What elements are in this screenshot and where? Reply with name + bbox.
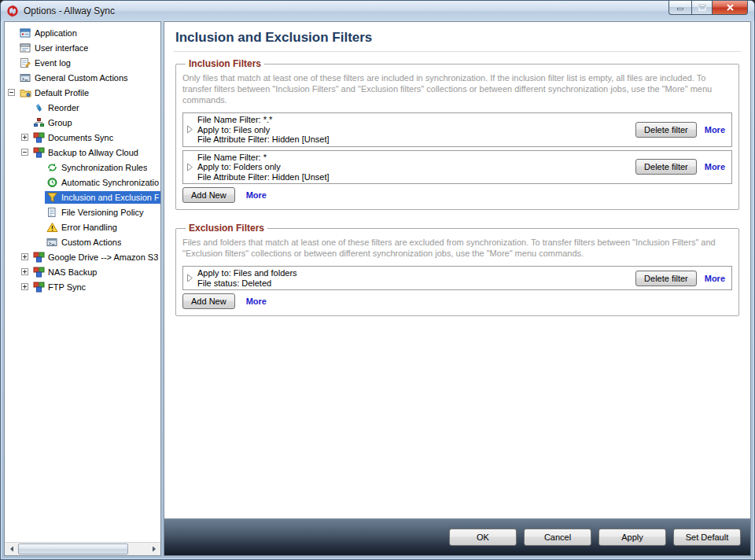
- custom-actions-icon: [20, 72, 31, 83]
- tree-plus-expander-icon[interactable]: [21, 283, 28, 290]
- tree-item-label: Backup to Allway Cloud: [48, 148, 138, 157]
- tree-item-documents-sync[interactable]: Documents Sync: [5, 130, 160, 145]
- tree-item-label: Event log: [35, 58, 71, 68]
- tree-item-file-versioning-policy[interactable]: File Versioning Policy: [5, 204, 160, 219]
- expand-filter-arrow-icon[interactable]: [186, 125, 193, 134]
- tree-row-body: User interface: [18, 42, 160, 54]
- tree-item-automatic-synchronization[interactable]: Automatic Synchronization: [5, 175, 160, 190]
- tree-item-google-drive-amazon-s3[interactable]: Google Drive --> Amazon S3: [5, 249, 160, 264]
- sync-job-icon: [33, 147, 45, 158]
- scroll-right-arrow-icon[interactable]: [147, 543, 160, 555]
- tree-item-group[interactable]: Group: [5, 115, 160, 130]
- tree-indent-spacer: [35, 208, 42, 216]
- tree-row-body: Custom Actions: [45, 236, 160, 249]
- tree-item-label: Application: [35, 28, 77, 38]
- filter-more-link[interactable]: More: [705, 274, 725, 283]
- set-default-button[interactable]: Set Default: [673, 529, 741, 546]
- tree-item-synchronization-rules[interactable]: Synchronization Rules: [5, 160, 160, 175]
- tree-item-label: FTP Sync: [48, 282, 86, 292]
- tree-item-label: Custom Actions: [61, 238, 121, 247]
- tree-row-body: Event log: [18, 57, 160, 69]
- filter-detail-line: Apply to: Files and folders: [197, 268, 629, 278]
- tree-minus-expander-icon[interactable]: [21, 149, 28, 156]
- tree-row-body: Application: [18, 27, 160, 39]
- tree-indent-spacer: [35, 238, 42, 245]
- filter-row: File Name Filter: *.*Apply to: Files onl…: [182, 112, 732, 147]
- warning-icon: [46, 222, 58, 233]
- auto-sync-icon: [46, 177, 58, 188]
- tree-row-body: Documents Sync: [31, 131, 160, 144]
- inclusion-filters-title: Inclusion Filters: [186, 58, 264, 69]
- tree-item-custom-actions[interactable]: Custom Actions: [5, 234, 160, 249]
- tree-item-label: Error Handling: [61, 223, 117, 232]
- close-button[interactable]: [713, 1, 748, 15]
- profile-folder-icon: [20, 87, 31, 98]
- tree-item-nas-backup[interactable]: NAS Backup: [5, 264, 160, 279]
- tree-item-user-interface[interactable]: User interface: [5, 40, 160, 55]
- tree-item-backup-to-allway-cloud[interactable]: Backup to Allway Cloud: [5, 145, 160, 160]
- tree-plus-expander-icon[interactable]: [21, 134, 28, 141]
- sync-job-icon: [33, 282, 45, 293]
- scrollbar-thumb[interactable]: [18, 543, 128, 554]
- filter-more-link[interactable]: More: [705, 162, 725, 171]
- delete-filter-button[interactable]: Delete filter: [635, 271, 697, 286]
- event-log-icon: [20, 57, 31, 68]
- filter-row: Apply to: Files and foldersFile status: …: [182, 266, 732, 290]
- options-tree: ApplicationUser interfaceEvent logGenera…: [5, 22, 160, 542]
- tree-item-label: Google Drive --> Amazon S3: [48, 252, 158, 262]
- tree-item-event-log[interactable]: Event log: [5, 55, 160, 70]
- sync-job-icon: [33, 132, 45, 143]
- sync-rules-icon: [46, 162, 58, 173]
- user-interface-icon: [20, 42, 31, 53]
- sync-job-icon: [33, 252, 45, 263]
- add-new-filter-button[interactable]: Add New: [182, 293, 235, 309]
- more-menu-link[interactable]: More: [246, 297, 267, 306]
- filter-more-link[interactable]: More: [705, 125, 725, 134]
- window-controls: [668, 1, 748, 21]
- scrollbar-track[interactable]: [18, 543, 147, 555]
- more-menu-link[interactable]: More: [246, 190, 267, 200]
- tree-row-body: Group: [31, 116, 160, 129]
- sidebar-horizontal-scrollbar[interactable]: [5, 542, 160, 555]
- maximize-button[interactable]: [691, 1, 713, 15]
- main-panel: Inclusion and Exclusion Filters Inclusio…: [164, 21, 751, 556]
- tree-item-label: User interface: [35, 43, 88, 53]
- tree-item-error-handling[interactable]: Error Handling: [5, 219, 160, 234]
- delete-filter-button[interactable]: Delete filter: [635, 122, 697, 138]
- tree-minus-expander-icon[interactable]: [8, 89, 15, 96]
- tree-row-body: FTP Sync: [31, 281, 160, 293]
- scroll-left-arrow-icon[interactable]: [5, 543, 18, 555]
- tree-row-body: Google Drive --> Amazon S3: [31, 251, 160, 263]
- inclusion-filters-description: Only files that match at least one of th…: [182, 72, 732, 105]
- tree-indent-spacer: [21, 119, 28, 126]
- tree-item-application[interactable]: Application: [5, 25, 160, 40]
- tree-item-inclusion-and-exclusion-filters[interactable]: Inclusion and Exclusion Filters: [5, 190, 160, 204]
- tree-indent-spacer: [8, 59, 15, 66]
- tree-item-default-profile[interactable]: Default Profile: [5, 85, 160, 100]
- tree-row-body: Synchronization Rules: [45, 161, 160, 174]
- add-new-filter-button[interactable]: Add New: [182, 187, 235, 203]
- apply-button[interactable]: Apply: [598, 529, 666, 546]
- footer-buttons: OKCancelApplySet Default: [449, 529, 741, 546]
- tree-item-label: Default Profile: [35, 88, 89, 98]
- tree-item-ftp-sync[interactable]: FTP Sync: [5, 279, 160, 294]
- minimize-button[interactable]: [668, 1, 691, 15]
- cancel-button[interactable]: Cancel: [524, 529, 591, 546]
- tree-plus-expander-icon[interactable]: [21, 253, 28, 260]
- sync-job-icon: [33, 267, 45, 278]
- tree-item-general-custom-actions[interactable]: General Custom Actions: [5, 70, 160, 85]
- delete-filter-button[interactable]: Delete filter: [635, 159, 697, 175]
- filter-detail-line: Apply to: Folders only: [197, 162, 629, 172]
- tree-row-body: Backup to Allway Cloud: [31, 146, 160, 159]
- expand-filter-arrow-icon[interactable]: [186, 163, 193, 171]
- filter-detail-line: File Attribute Filter: Hidden [Unset]: [197, 172, 629, 182]
- group-icon: [33, 117, 45, 128]
- expand-filter-arrow-icon[interactable]: [186, 274, 193, 282]
- ok-button[interactable]: OK: [449, 529, 517, 546]
- tree-plus-expander-icon[interactable]: [21, 268, 28, 275]
- tree-item-reorder[interactable]: Reorder: [5, 100, 160, 115]
- tree-item-label: NAS Backup: [48, 267, 97, 277]
- tree-item-label: Documents Sync: [48, 133, 113, 142]
- tree-row-body: General Custom Actions: [18, 72, 160, 84]
- options-window: Options - Allway Sync ApplicationUser in…: [0, 0, 755, 560]
